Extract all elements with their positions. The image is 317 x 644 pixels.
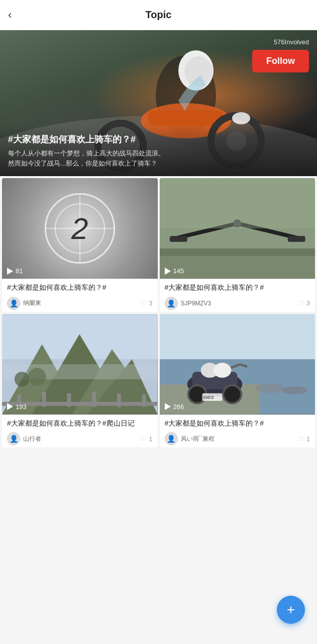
play-count: 145 (173, 267, 184, 275)
user-icon: 👤 (10, 435, 18, 443)
avatar: 👤 (165, 432, 178, 445)
username: 山行者 (23, 435, 41, 443)
play-count: 266 (173, 403, 184, 411)
banner-overlay: #大家都是如何喜欢上骑车的？# 每个人从小都有一个梦想，骑上高大的战马四处流浪。… (0, 125, 317, 176)
play-triangle-icon (7, 403, 13, 410)
heart-icon: ♡ (140, 299, 147, 307)
avatar: 👤 (7, 297, 20, 310)
bike-thumbnail-svg (160, 178, 315, 279)
card-user-row: 👤 风い雨``兼程 ♡ 1 (165, 432, 310, 445)
play-overlay: 193 (7, 403, 27, 411)
username: 风い雨``兼程 (181, 435, 215, 443)
card-user: 👤 风い雨``兼程 (165, 432, 215, 445)
svg-rect-35 (142, 394, 146, 407)
like-count: 1 (149, 435, 152, 443)
svg-point-52 (282, 386, 307, 394)
film-number: 2 (71, 211, 88, 246)
svg-text:09E8: 09E8 (203, 394, 214, 399)
card-thumbnail: 145 (160, 178, 315, 279)
svg-rect-34 (117, 393, 121, 407)
card-user: 👤 纳蘭東 (7, 297, 41, 310)
svg-rect-32 (67, 393, 71, 407)
svg-rect-33 (92, 391, 96, 407)
username: SJP9MZV3 (181, 300, 212, 307)
mountain-thumbnail-svg (2, 314, 158, 415)
heart-icon: ♡ (298, 299, 304, 307)
svg-rect-38 (160, 314, 315, 359)
page-title: Topic (146, 9, 172, 21)
banner-hashtag: #大家都是如何喜欢上骑车的？# (8, 133, 309, 145)
follow-button[interactable]: Follow (252, 50, 309, 72)
svg-rect-16 (169, 236, 187, 242)
card-info: #大家都是如何喜欢上骑车的？# 👤 风い雨``兼程 ♡ 1 (160, 415, 315, 448)
play-count: 193 (16, 403, 27, 411)
svg-point-11 (232, 112, 250, 124)
card-item[interactable]: 193 #大家都是如何喜欢上骑车的？#爬山日记 👤 山行者 ♡ 1 (2, 314, 158, 448)
svg-point-51 (255, 383, 285, 393)
banner-involved: 576Involved (274, 38, 309, 46)
card-info: #大家都是如何喜欢上骑车的？# 👤 纳蘭東 ♡ 3 (2, 279, 158, 312)
like-row[interactable]: ♡ 3 (298, 299, 310, 307)
svg-rect-21 (160, 178, 315, 228)
user-icon: 👤 (10, 299, 18, 307)
card-user: 👤 SJP9MZV3 (165, 297, 212, 310)
add-button[interactable]: + (277, 596, 305, 624)
svg-rect-31 (42, 391, 46, 407)
card-thumbnail: 2 81 (2, 178, 158, 279)
like-count: 3 (149, 299, 152, 307)
avatar: 👤 (7, 432, 20, 445)
like-count: 3 (306, 299, 310, 307)
like-row[interactable]: ♡ 3 (140, 299, 152, 307)
play-triangle-icon (7, 268, 13, 275)
play-triangle-icon (165, 268, 171, 275)
card-info: #大家都是如何喜欢上骑车的？#爬山日记 👤 山行者 ♡ 1 (2, 415, 158, 448)
card-user-row: 👤 山行者 ♡ 1 (7, 432, 153, 445)
svg-point-44 (223, 385, 241, 403)
card-item[interactable]: 145 #大家都是如何喜欢上骑车的？# 👤 SJP9MZV3 ♡ 3 (160, 178, 315, 312)
card-user: 👤 山行者 (7, 432, 41, 445)
card-user-row: 👤 纳蘭東 ♡ 3 (7, 297, 153, 310)
banner-meta: 576Involved Follow (252, 38, 309, 72)
card-info: #大家都是如何喜欢上骑车的？# 👤 SJP9MZV3 ♡ 3 (160, 279, 315, 312)
svg-rect-6 (148, 111, 224, 126)
play-overlay: 81 (7, 267, 23, 275)
card-title: #大家都是如何喜欢上骑车的？#爬山日记 (7, 419, 153, 429)
card-grid: 2 81 #大家都是如何喜欢上骑车的？# 👤 纳蘭東 ♡ 3 (0, 176, 317, 449)
header: ‹ Topic (0, 0, 317, 30)
card-thumbnail: 193 (2, 314, 158, 415)
play-overlay: 266 (165, 403, 184, 411)
banner-description: 每个人从小都有一个梦想，骑上高大的战马四处流浪。然而如今没了战马...那么，你是… (8, 148, 169, 168)
banner: #大家都是如何喜欢上骑车的？# 每个人从小都有一个梦想，骑上高大的战马四处流浪。… (0, 30, 317, 176)
svg-point-37 (28, 368, 46, 386)
svg-point-36 (15, 372, 30, 387)
card-user-row: 👤 SJP9MZV3 ♡ 3 (165, 297, 310, 310)
card-title: #大家都是如何喜欢上骑车的？# (165, 283, 310, 293)
play-triangle-icon (165, 403, 171, 410)
scooter-thumbnail-svg: 09E8 (160, 314, 315, 415)
username: 纳蘭東 (23, 299, 41, 307)
heart-icon: ♡ (298, 435, 304, 443)
user-icon: 👤 (167, 435, 175, 443)
play-overlay: 145 (165, 267, 184, 275)
svg-rect-17 (287, 236, 305, 242)
heart-icon: ♡ (140, 435, 147, 443)
card-title: #大家都是如何喜欢上骑车的？# (7, 283, 153, 293)
svg-point-48 (213, 363, 231, 378)
back-button[interactable]: ‹ (8, 9, 12, 22)
play-count: 81 (16, 267, 23, 275)
card-thumbnail: 09E8 266 (160, 314, 315, 415)
like-row[interactable]: ♡ 1 (140, 435, 152, 443)
card-title: #大家都是如何喜欢上骑车的？# (165, 419, 310, 429)
avatar: 👤 (165, 297, 178, 310)
card-item[interactable]: 09E8 266 #大家都是如何喜欢上骑车的？# 👤 风い雨``兼程 (160, 314, 315, 448)
user-icon: 👤 (167, 299, 175, 307)
like-row[interactable]: ♡ 1 (298, 435, 310, 443)
card-item[interactable]: 2 81 #大家都是如何喜欢上骑车的？# 👤 纳蘭東 ♡ 3 (2, 178, 158, 312)
like-count: 1 (306, 435, 310, 443)
film-outer-circle: 2 (45, 193, 115, 264)
